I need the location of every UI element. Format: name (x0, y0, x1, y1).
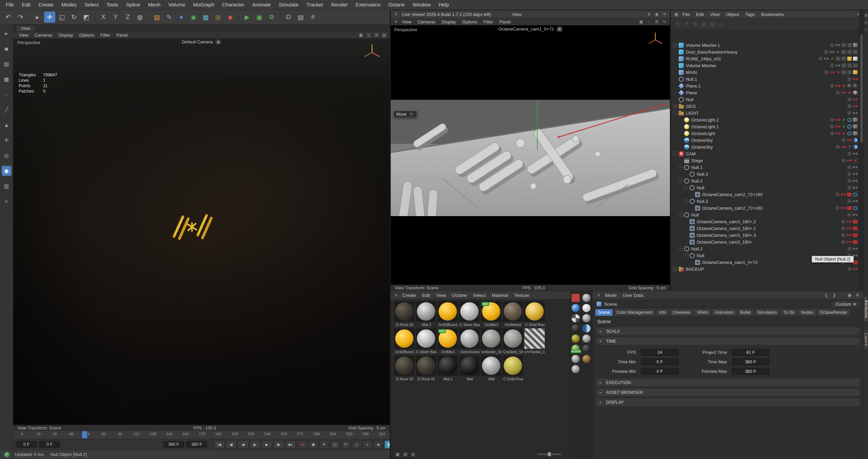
grid-snap-icon[interactable]: # (307, 12, 319, 23)
tree-row-octanecamera-cam3-160-1[interactable]: OctaneCamera_cam3_160+.1 (671, 225, 860, 232)
layer-chip[interactable] (830, 43, 834, 47)
visibility-dots[interactable] (835, 132, 840, 134)
material-ball-icon[interactable] (582, 294, 591, 302)
settings-icon[interactable]: ⚙ (855, 292, 860, 298)
snap-mode-icon[interactable]: ◉ (2, 166, 12, 176)
tree-row-null-1[interactable]: −Null.1 (671, 164, 860, 171)
material-item[interactable]: Mat.1 (438, 356, 459, 383)
misc-tag[interactable] (847, 50, 852, 54)
object-menu-edit[interactable]: Edit (693, 12, 707, 17)
tree-row-rune-24fps-v01[interactable]: RUNE_24fps_v01✓ (671, 55, 860, 62)
preset-dropdown[interactable]: Custom ▾ (832, 301, 860, 307)
material-item[interactable]: MIXOctMix1 (481, 301, 502, 328)
visibility-dot[interactable] (853, 187, 855, 189)
search-icon[interactable]: ◌ (848, 12, 853, 17)
material-menu-material[interactable]: Material (489, 293, 511, 298)
check-tag[interactable]: ✓ (842, 125, 846, 129)
visibility-dots[interactable] (841, 207, 846, 209)
workplane-icon[interactable]: ▤ (295, 12, 306, 23)
visibility-dot[interactable] (855, 187, 857, 189)
tree-row-octanelight[interactable]: OctaneLight✕ (671, 130, 860, 137)
visibility-dot[interactable] (855, 200, 857, 202)
layer-chip[interactable] (830, 131, 834, 135)
remove-layer-icon[interactable]: ⊟ (710, 21, 715, 27)
object-menu-bookmarks[interactable]: Bookmarks (758, 12, 787, 17)
layer-chip[interactable] (818, 57, 823, 61)
parameter-record-toggle[interactable]: ◇ (352, 441, 361, 448)
layer-chip[interactable] (847, 152, 851, 156)
material-ball-icon[interactable]: BLEND (572, 345, 580, 353)
tree-row-null[interactable]: Null (671, 96, 860, 103)
texture-mode-icon[interactable]: ▨ (2, 59, 12, 69)
expand-toggle[interactable]: + (673, 43, 677, 47)
panel-icon[interactable]: ▤ (864, 13, 868, 17)
visibility-dot[interactable] (855, 268, 857, 270)
layer-chip[interactable] (847, 97, 851, 101)
visibility-dot[interactable] (835, 126, 837, 128)
tree-row-volume-mesher[interactable]: Volume Mesher (671, 62, 860, 69)
visibility-dot[interactable] (853, 268, 855, 270)
visibility-dots[interactable] (841, 193, 846, 195)
start-frame-field[interactable]: 0 F (16, 441, 37, 448)
visibility-dot[interactable] (832, 51, 834, 53)
close-icon[interactable]: ✕ (662, 12, 667, 17)
live-viewer-view-menu[interactable]: View (512, 12, 521, 17)
visibility-dot[interactable] (849, 234, 851, 236)
menu-help[interactable]: Help (435, 0, 453, 9)
camera-icon[interactable]: ▣ (557, 26, 562, 32)
misc-tag[interactable] (847, 70, 852, 74)
material-menu-texture[interactable]: Texture (511, 293, 532, 298)
goto-start-button[interactable]: |◀ (214, 441, 225, 448)
layer-chip[interactable] (830, 118, 834, 122)
visibility-dot[interactable] (847, 159, 849, 161)
chip-gray-tag[interactable] (853, 43, 857, 47)
material-thumbnail[interactable] (438, 356, 458, 376)
material-item[interactable]: C Silver Bas (416, 328, 437, 356)
tree-row-null-3[interactable]: −Null.3 (671, 198, 860, 205)
viewport-tab[interactable]: View (16, 25, 35, 31)
render-view-icon[interactable]: ▶ (242, 12, 253, 23)
material-ball-icon[interactable] (582, 304, 591, 312)
visibility-dot[interactable] (855, 166, 857, 168)
pla-record-toggle[interactable]: ▪ (363, 441, 372, 448)
picture-icon[interactable]: ▣ (638, 19, 644, 24)
visibility-dots[interactable] (853, 214, 857, 216)
misc-tag[interactable] (847, 43, 852, 47)
layer-chip[interactable] (841, 233, 845, 237)
tab-nodes[interactable]: Nodes (798, 309, 816, 316)
live-viewer-menu-panel[interactable]: Panel (496, 19, 514, 24)
expand-toggle[interactable]: − (678, 213, 683, 217)
menu-mograph[interactable]: MoGraph (189, 0, 218, 9)
tab-to-do[interactable]: To Do (781, 309, 797, 316)
visibility-dots[interactable] (841, 146, 846, 148)
camera-lock-icon[interactable]: ▣ (358, 32, 364, 38)
coordinate-system-icon[interactable]: ◍ (134, 12, 146, 23)
visibility-dot[interactable] (832, 71, 834, 73)
menu-window[interactable]: Window (409, 0, 434, 9)
expand-toggle[interactable]: − (673, 111, 677, 115)
expand-toggle[interactable]: − (684, 253, 688, 258)
chip-gray-tag[interactable] (853, 131, 857, 135)
axis-mode-icon[interactable]: ✛ (2, 135, 12, 145)
points-mode-icon[interactable]: ∴ (2, 90, 12, 99)
preview-end-frame-field[interactable]: 360 F (186, 441, 207, 448)
section-scale[interactable]: ▸ SCALE (596, 327, 860, 336)
visibility-dots[interactable] (853, 105, 857, 107)
tree-row-null-2[interactable]: −Null.2 (671, 177, 860, 184)
tab-bullet[interactable]: Bullet (737, 309, 753, 316)
visibility-dots[interactable] (847, 241, 851, 243)
visibility-dot[interactable] (830, 51, 832, 53)
goto-end-button[interactable]: ▶| (285, 441, 296, 448)
target-tag[interactable] (847, 132, 852, 135)
visibility-dot[interactable] (835, 44, 837, 46)
misc-tag[interactable] (842, 70, 846, 74)
chevron-down-icon[interactable]: ▾ (393, 19, 399, 24)
chip-yellow-tag[interactable] (853, 70, 857, 74)
render-camera-label[interactable]: OctaneCamera_cam1_0+72 ▣ (498, 26, 562, 32)
tree-row-main[interactable]: MAIN✕ (671, 69, 860, 76)
visibility-dots[interactable] (853, 98, 857, 100)
layer-chip[interactable] (847, 165, 851, 169)
camera-selector[interactable]: Default Camera ▣ (182, 39, 221, 44)
check-tag[interactable]: ✓ (830, 57, 834, 61)
render-picture-viewer-icon[interactable]: ▣ (254, 12, 265, 23)
